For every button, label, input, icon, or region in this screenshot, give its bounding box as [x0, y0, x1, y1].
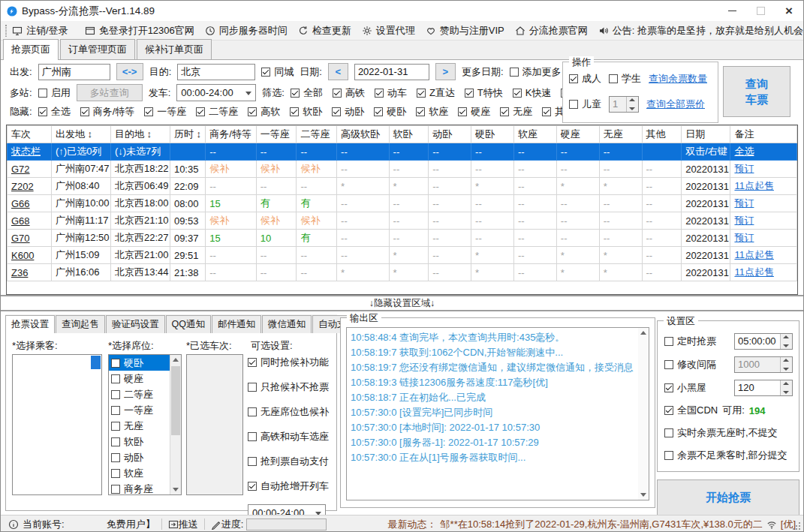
- interval-stepper[interactable]: 1000: [734, 356, 793, 373]
- settings-tab-5[interactable]: 微信通知: [262, 315, 312, 333]
- settings-tab-0[interactable]: 抢票设置: [5, 315, 55, 334]
- hide-option-0[interactable]: 全选: [38, 105, 71, 119]
- hide-option-6-box[interactable]: [332, 107, 341, 116]
- scroll-down-icon[interactable]: [170, 484, 181, 494]
- scroll-up-icon[interactable]: [638, 328, 649, 338]
- multi-station-query-button[interactable]: 多站查询: [77, 84, 143, 101]
- cdn-box[interactable]: [664, 406, 673, 415]
- filter-option-0-box[interactable]: [291, 89, 300, 98]
- sync-server-time-button[interactable]: 同步服务器时间: [205, 24, 288, 38]
- same-city-checkbox[interactable]: 同城: [261, 65, 294, 79]
- child-box[interactable]: [569, 100, 578, 109]
- filter-option-3-box[interactable]: [417, 89, 426, 98]
- maximize-button[interactable]: [746, 1, 775, 21]
- column-header-3[interactable]: 历时 ↕: [170, 126, 205, 143]
- train-link[interactable]: Z36: [8, 264, 52, 281]
- filter-option-2[interactable]: 动车: [375, 86, 407, 100]
- train-row-G72[interactable]: G72广州南07:47北京西18:2210:35候补候补候补----------…: [8, 161, 797, 178]
- column-header-1[interactable]: 出发地 ↕: [51, 126, 110, 143]
- stepper-down-icon[interactable]: [781, 388, 792, 395]
- train-link[interactable]: G70: [8, 230, 52, 247]
- column-header-9[interactable]: 动卧: [429, 126, 471, 143]
- column-header-10[interactable]: 硬卧: [471, 126, 514, 143]
- no-seat-checkbox[interactable]: 实时余票无座时,不提交: [664, 426, 778, 440]
- column-header-7[interactable]: 高级软卧: [337, 126, 390, 143]
- seat-option-6[interactable]: 动卧: [109, 449, 170, 465]
- resize-grip[interactable]: [799, 528, 800, 530]
- column-header-0[interactable]: 车次: [8, 126, 52, 143]
- grab-option-5[interactable]: 自动抢增开列车: [248, 479, 335, 493]
- filter-option-2-box[interactable]: [375, 89, 384, 98]
- tab-grab-page[interactable]: 抢票页面: [3, 39, 59, 60]
- column-header-14[interactable]: 其他: [642, 126, 682, 143]
- stepper-up-icon[interactable]: [627, 97, 638, 104]
- output-log[interactable]: 10:58:48:4 查询完毕，本次查询共用时:435毫秒。10:58:19:7…: [346, 327, 649, 500]
- hide-option-4[interactable]: 高软: [248, 105, 280, 119]
- train-row-G70[interactable]: G70广州南12:50北京西22:2709:371510有-----------…: [8, 230, 797, 247]
- seat-option-4[interactable]: 无座: [109, 418, 170, 434]
- train-row-Z202[interactable]: Z202广州08:40北京西06:4922:09------**--*--**-…: [8, 178, 797, 195]
- blacklist-checkbox[interactable]: 小黑屋: [664, 381, 706, 395]
- hide-option-2-box[interactable]: [144, 107, 153, 116]
- filter-option-1-box[interactable]: [333, 89, 342, 98]
- depart-input[interactable]: [38, 64, 110, 80]
- train-row-G68[interactable]: G68广州南11:17北京西21:1009:53候补候补候补----------…: [8, 212, 797, 230]
- hide-option-4-box[interactable]: [248, 107, 257, 116]
- seat-option-3[interactable]: 一等座: [109, 402, 170, 418]
- multi-enable-checkbox[interactable]: 启用: [38, 86, 71, 100]
- open-12306-button[interactable]: 免登录打开12306官网: [85, 24, 194, 38]
- date-next-button[interactable]: >: [435, 63, 456, 80]
- booking-link[interactable]: 预订: [730, 230, 797, 247]
- adult-box[interactable]: [569, 74, 578, 83]
- grab-option-2[interactable]: 无座席位也候补: [248, 405, 335, 419]
- seat-option-8[interactable]: 商务座: [109, 481, 170, 495]
- hide-option-9-box[interactable]: [458, 107, 467, 116]
- grab-option-3[interactable]: 高铁和动车选座: [248, 430, 335, 443]
- adult-checkbox[interactable]: 成人: [569, 72, 601, 86]
- column-header-4[interactable]: 商务/特等: [206, 126, 256, 143]
- logout-login-button[interactable]: 注销/登录: [12, 24, 68, 38]
- blacklist-box[interactable]: [664, 383, 673, 392]
- settings-tab-4[interactable]: 邮件通知: [212, 315, 261, 333]
- settings-tab-2[interactable]: 验证码设置: [106, 315, 165, 333]
- stepper-up-icon[interactable]: [781, 380, 792, 388]
- stepper-up-icon[interactable]: [781, 334, 792, 341]
- tab-order-management[interactable]: 订单管理页面: [60, 39, 135, 59]
- train-row-K600[interactable]: K600广州15:09北京西21:0029:51--------*--*--**…: [8, 247, 797, 264]
- date-input[interactable]: [354, 64, 429, 80]
- hide-option-7[interactable]: 硬卧: [374, 105, 406, 119]
- hide-option-10-box[interactable]: [500, 107, 509, 116]
- filter-option-3[interactable]: Z直达: [417, 86, 455, 100]
- scroll-down-icon[interactable]: [638, 489, 649, 500]
- stepper-down-icon[interactable]: [627, 104, 638, 112]
- start-grab-button[interactable]: 开始抢票: [657, 479, 799, 515]
- filter-option-0[interactable]: 全部: [291, 86, 323, 100]
- hide-option-6[interactable]: 动卧: [332, 105, 364, 119]
- swap-stations-button[interactable]: <->: [116, 63, 143, 80]
- push-label[interactable]: 推送: [179, 518, 198, 531]
- hide-option-1[interactable]: 商务/特等: [80, 105, 135, 119]
- blacklist-stepper[interactable]: 120: [734, 380, 793, 396]
- train-link[interactable]: G66: [8, 195, 52, 212]
- seat-option-0-box[interactable]: [111, 359, 120, 368]
- train-link[interactable]: G68: [8, 212, 52, 230]
- hide-option-3-box[interactable]: [196, 107, 205, 116]
- column-header-13[interactable]: 无座: [599, 126, 642, 143]
- filter-option-5-box[interactable]: [513, 89, 522, 98]
- timed-grab-box[interactable]: [664, 337, 673, 346]
- scroll-up-icon[interactable]: [170, 355, 181, 365]
- hide-option-11-box[interactable]: [542, 107, 551, 116]
- filter-option-4[interactable]: T特快: [465, 86, 503, 100]
- grab-option-0[interactable]: 同时抢候补功能: [248, 356, 335, 369]
- seat-option-0[interactable]: 硬卧: [109, 355, 170, 371]
- seat-option-7-box[interactable]: [111, 469, 120, 478]
- passenger-listbox[interactable]: [12, 354, 102, 495]
- grab-option-0-box[interactable]: [248, 358, 257, 367]
- timed-grab-stepper[interactable]: 05:00:00: [734, 333, 793, 350]
- seat-option-1[interactable]: 硬座: [109, 371, 170, 386]
- partial-submit-checkbox[interactable]: 余票不足乘客时,部分提交: [664, 449, 787, 462]
- check-update-button[interactable]: 检查更新: [298, 24, 351, 38]
- hide-option-1-box[interactable]: [80, 107, 89, 116]
- minimize-button[interactable]: [718, 1, 746, 21]
- booking-link[interactable]: 11点起售: [730, 264, 797, 281]
